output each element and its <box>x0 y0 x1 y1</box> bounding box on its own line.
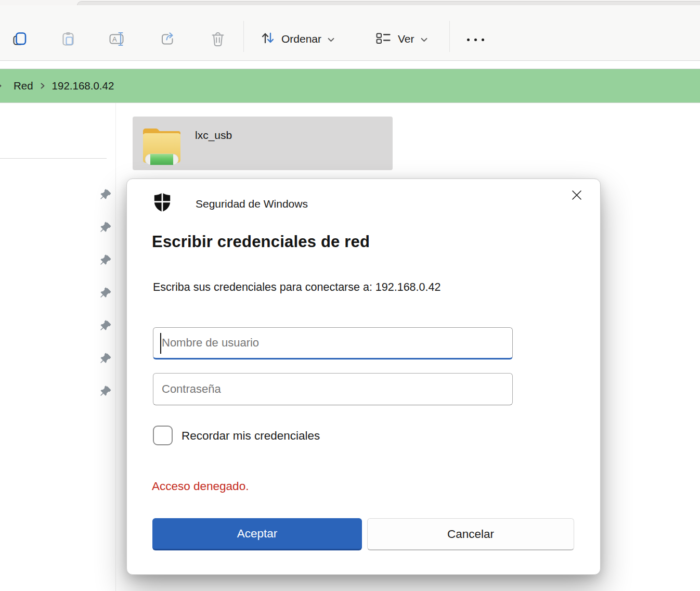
breadcrumb-item-host[interactable]: 192.168.0.42 <box>49 80 118 92</box>
remember-checkbox-label: Recordar mis credenciales <box>182 429 320 443</box>
pin-icon <box>99 320 112 332</box>
dialog-app-title: Seguridad de Windows <box>196 198 308 210</box>
share-icon <box>159 31 176 49</box>
accept-button[interactable]: Aceptar <box>152 518 362 550</box>
breadcrumb-chevron-icon <box>0 69 2 102</box>
pane-divider <box>115 103 116 591</box>
rename-icon: A <box>108 31 126 49</box>
chevron-down-icon <box>420 33 428 45</box>
file-explorer-window: A <box>0 0 700 591</box>
paste-button[interactable] <box>57 29 80 50</box>
password-input[interactable] <box>153 373 513 405</box>
dialog-title: Escribir credenciales de red <box>152 233 370 251</box>
view-dropdown[interactable]: Ver <box>374 24 428 54</box>
pin-icon <box>99 386 112 398</box>
toolbar-separator <box>449 21 450 52</box>
close-button[interactable] <box>565 184 588 207</box>
breadcrumb-item-red[interactable]: Red <box>10 80 36 92</box>
folder-usb-icon <box>139 121 184 169</box>
close-icon <box>570 188 584 203</box>
windows-security-shield-icon <box>153 192 172 214</box>
cancel-button[interactable]: Cancelar <box>367 518 574 550</box>
sort-label: Ordenar <box>281 33 321 45</box>
breadcrumb-chevron-icon <box>36 82 49 89</box>
pin-icon <box>99 254 112 267</box>
dialog-subtitle: Escriba sus credenciales para conectarse… <box>153 281 440 294</box>
pin-icon <box>99 353 112 365</box>
view-label: Ver <box>398 33 414 45</box>
pin-icon <box>99 189 112 201</box>
rename-button[interactable]: A <box>106 29 128 50</box>
copy-button[interactable] <box>8 29 31 50</box>
share-button[interactable] <box>156 29 179 50</box>
more-options-button[interactable] <box>462 29 489 50</box>
tab-strip <box>0 0 700 5</box>
toolbar-separator <box>243 21 244 52</box>
file-name: lxc_usb <box>195 117 232 154</box>
more-icon <box>467 38 484 41</box>
sidebar-section-divider <box>0 158 107 159</box>
delete-button[interactable] <box>206 29 229 50</box>
sort-arrows-icon <box>260 30 276 48</box>
error-message: Acceso denegado. <box>152 480 249 493</box>
pin-icon <box>99 287 112 300</box>
sort-dropdown[interactable]: Ordenar <box>260 24 335 54</box>
toolbar: A <box>0 5 700 61</box>
trash-icon <box>210 31 226 49</box>
chevron-down-icon <box>327 33 335 45</box>
remember-checkbox[interactable] <box>153 426 173 445</box>
file-item-lxc-usb[interactable]: lxc_usb <box>133 117 393 170</box>
view-icon <box>374 30 392 48</box>
windows-security-dialog: Seguridad de Windows Escribir credencial… <box>126 178 601 575</box>
text-caret <box>160 333 161 354</box>
paste-icon <box>60 31 76 49</box>
address-bar[interactable]: Red 192.168.0.42 <box>0 69 700 103</box>
username-input[interactable] <box>153 327 513 359</box>
svg-text:A: A <box>112 35 117 43</box>
pin-icon <box>99 222 112 234</box>
copy-icon <box>11 31 28 49</box>
